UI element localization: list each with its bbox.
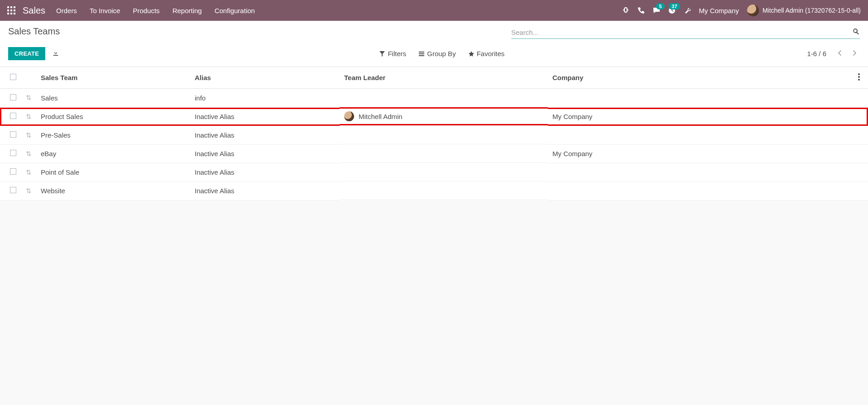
cell-alias[interactable]: Inactive Alias: [190, 126, 340, 144]
row-checkbox-cell: [0, 89, 21, 108]
row-handle[interactable]: ⇅: [21, 89, 36, 108]
row-checkbox[interactable]: [10, 150, 16, 156]
cell-name[interactable]: Product Sales: [36, 107, 190, 126]
cell-name[interactable]: Website: [36, 181, 190, 200]
tools-icon[interactable]: [684, 7, 691, 14]
cell-trailing: [854, 107, 868, 126]
row-checkbox[interactable]: [10, 94, 16, 100]
download-icon[interactable]: [53, 50, 59, 57]
groupby-label: Group By: [427, 50, 456, 57]
cell-company[interactable]: My Company: [548, 107, 854, 126]
cell-name[interactable]: Point of Sale: [36, 163, 190, 181]
messaging-icon[interactable]: 5: [653, 7, 660, 14]
nav-menu-products[interactable]: Products: [133, 7, 159, 14]
cell-alias[interactable]: Inactive Alias: [190, 144, 340, 163]
cell-leader[interactable]: [340, 89, 548, 107]
nav-menu: Orders To Invoice Products Reporting Con…: [56, 7, 255, 14]
user-avatar-icon: [747, 5, 759, 16]
row-checkbox-cell: [0, 107, 21, 126]
cell-name[interactable]: Sales: [36, 89, 190, 108]
nav-menu-configuration[interactable]: Configuration: [215, 7, 255, 14]
svg-rect-7: [10, 13, 12, 14]
search-input[interactable]: [511, 29, 853, 36]
cell-company[interactable]: [548, 181, 854, 200]
row-checkbox-cell: [0, 144, 21, 163]
row-handle[interactable]: ⇅: [21, 181, 36, 200]
nav-menu-to-invoice[interactable]: To Invoice: [90, 7, 120, 14]
cell-leader[interactable]: [340, 144, 548, 163]
filters-button[interactable]: Filters: [379, 50, 406, 57]
cell-company[interactable]: [548, 163, 854, 181]
list-view: Sales Team Alias Team Leader Company ⇅Sa…: [0, 67, 868, 200]
cell-trailing: [854, 163, 868, 181]
svg-point-11: [858, 79, 860, 81]
svg-rect-1: [10, 6, 12, 8]
row-handle[interactable]: ⇅: [21, 163, 36, 181]
favorites-button[interactable]: Favorites: [469, 50, 505, 57]
pager-text[interactable]: 1-6 / 6: [807, 50, 826, 57]
table-row[interactable]: ⇅eBayInactive AliasMy Company: [0, 144, 868, 163]
company-switcher[interactable]: My Company: [699, 7, 739, 14]
col-header-options[interactable]: [854, 67, 868, 89]
cell-trailing: [854, 181, 868, 200]
page-title: Sales Teams: [8, 26, 60, 37]
drag-handle-icon: ⇅: [26, 131, 32, 139]
cell-alias[interactable]: Inactive Alias: [190, 181, 340, 200]
phone-icon[interactable]: [638, 7, 645, 14]
table-row[interactable]: ⇅Pre-SalesInactive Alias: [0, 126, 868, 144]
apps-icon[interactable]: [7, 6, 15, 14]
activities-icon[interactable]: 37: [668, 7, 676, 14]
row-checkbox-cell: [0, 163, 21, 181]
cell-leader[interactable]: [340, 181, 548, 200]
cell-leader[interactable]: [340, 163, 548, 181]
debug-icon[interactable]: [622, 7, 629, 14]
cell-alias[interactable]: info: [190, 89, 340, 108]
create-button[interactable]: CREATE: [8, 47, 45, 60]
app-brand[interactable]: Sales: [23, 5, 45, 16]
filters-label: Filters: [388, 50, 406, 57]
cell-company[interactable]: My Company: [548, 144, 854, 163]
cell-leader[interactable]: [340, 126, 548, 144]
sales-teams-table: Sales Team Alias Team Leader Company ⇅Sa…: [0, 67, 868, 200]
cp-center: Filters Group By Favorites: [379, 50, 504, 57]
col-header-alias[interactable]: Alias: [190, 67, 340, 89]
table-row[interactable]: ⇅Salesinfo: [0, 89, 868, 108]
drag-handle-icon: ⇅: [26, 94, 32, 101]
table-body: ⇅Salesinfo⇅Product SalesInactive AliasMi…: [0, 89, 868, 200]
cell-alias[interactable]: Inactive Alias: [190, 107, 340, 126]
nav-menu-orders[interactable]: Orders: [56, 7, 77, 14]
groupby-button[interactable]: Group By: [419, 50, 456, 57]
nav-menu-reporting[interactable]: Reporting: [173, 7, 202, 14]
row-checkbox[interactable]: [10, 113, 16, 119]
row-handle[interactable]: ⇅: [21, 144, 36, 163]
col-header-leader[interactable]: Team Leader: [340, 67, 548, 89]
svg-rect-2: [14, 6, 15, 8]
row-checkbox[interactable]: [10, 131, 16, 138]
cell-name[interactable]: eBay: [36, 144, 190, 163]
table-row[interactable]: ⇅WebsiteInactive Alias: [0, 181, 868, 200]
pager-next-icon[interactable]: [849, 48, 860, 60]
nav-right: 5 37 My Company Mitchell Admin (17320762…: [622, 5, 861, 16]
cell-company[interactable]: [548, 126, 854, 144]
pager-prev-icon[interactable]: [834, 48, 845, 60]
table-row[interactable]: ⇅Point of SaleInactive Alias: [0, 163, 868, 181]
col-header-name[interactable]: Sales Team: [36, 67, 190, 89]
col-header-company[interactable]: Company: [548, 67, 854, 89]
cell-name[interactable]: Pre-Sales: [36, 126, 190, 144]
cell-company[interactable]: [548, 89, 854, 108]
cp-top: Sales Teams: [8, 26, 860, 39]
svg-rect-8: [14, 13, 15, 14]
search-wrap: [511, 26, 860, 39]
cell-alias[interactable]: Inactive Alias: [190, 163, 340, 181]
cp-right: 1-6 / 6: [807, 48, 860, 60]
row-handle[interactable]: ⇅: [21, 107, 36, 126]
row-handle[interactable]: ⇅: [21, 126, 36, 144]
row-checkbox[interactable]: [10, 187, 16, 193]
select-all-checkbox[interactable]: [10, 74, 16, 80]
table-row[interactable]: ⇅Product SalesInactive AliasMitchell Adm…: [0, 107, 868, 126]
search-icon[interactable]: [853, 28, 860, 37]
cell-trailing: [854, 144, 868, 163]
cell-leader[interactable]: Mitchell Admin: [340, 107, 548, 126]
row-checkbox[interactable]: [10, 168, 16, 175]
user-menu[interactable]: Mitchell Admin (17320762-15-0-all): [747, 5, 861, 16]
